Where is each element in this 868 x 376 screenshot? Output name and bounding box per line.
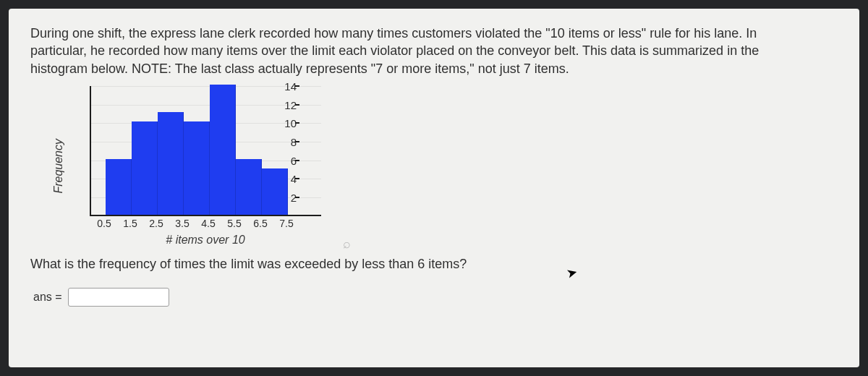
x-ticks: 0.51.52.53.54.55.56.57.5 xyxy=(90,218,299,229)
answer-label: ans = xyxy=(33,291,62,304)
x-tick-label: 6.5 xyxy=(247,218,273,229)
magnify-icon: ⌕ xyxy=(343,236,351,252)
x-tick-label: 7.5 xyxy=(273,218,299,229)
bar xyxy=(184,121,210,215)
problem-text: During one shift, the express lane clerk… xyxy=(30,25,783,77)
bar xyxy=(262,168,288,215)
answer-input[interactable] xyxy=(68,288,169,307)
x-tick-label: 1.5 xyxy=(117,218,143,229)
chart-box: 2468101214 0.51.52.53.54.55.56.57.5 # it… xyxy=(68,86,321,247)
question-text: What is the frequency of times the limit… xyxy=(30,257,838,272)
bar xyxy=(106,159,132,215)
bar xyxy=(236,159,262,215)
x-tick-label: 0.5 xyxy=(91,218,117,229)
histogram-chart: Frequency 2468101214 0.51.52.53.54.55.56… xyxy=(52,86,838,247)
x-tick-label: 5.5 xyxy=(221,218,247,229)
bar xyxy=(132,121,158,215)
answer-row: ans = xyxy=(33,288,838,307)
problem-page: During one shift, the express lane clerk… xyxy=(9,9,859,367)
x-axis-label: # items over 10 xyxy=(90,234,321,247)
x-tick-label: 3.5 xyxy=(169,218,195,229)
y-axis-label: Frequency xyxy=(52,139,65,194)
bars-container xyxy=(91,86,288,215)
x-tick-label: 2.5 xyxy=(143,218,169,229)
x-tick-label: 4.5 xyxy=(195,218,221,229)
bar xyxy=(210,85,236,215)
bar xyxy=(158,112,184,214)
